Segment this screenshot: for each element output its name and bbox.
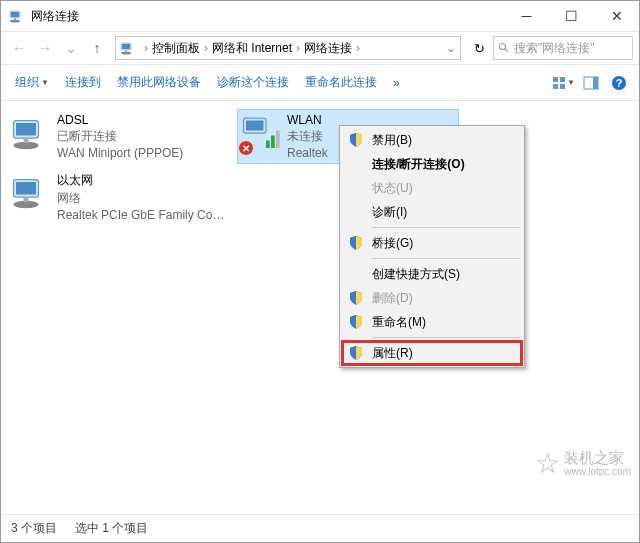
shield-icon (348, 235, 364, 251)
menu-status: 状态(U) (342, 176, 522, 200)
nav-back-button[interactable]: ← (7, 36, 31, 60)
menu-rename[interactable]: 重命名(M) (342, 310, 522, 334)
menu-diagnose[interactable]: 诊断(I) (342, 200, 522, 224)
view-options-button[interactable]: ▼ (551, 71, 575, 95)
maximize-button[interactable]: ☐ (549, 1, 594, 31)
preview-pane-button[interactable] (579, 71, 603, 95)
refresh-button[interactable]: ↻ (467, 36, 491, 60)
shield-icon (348, 345, 364, 361)
watermark: ☆ 装机之家 www.lotpc.com (535, 447, 631, 480)
network-icon (120, 40, 136, 56)
connection-status: 网络 (57, 190, 225, 207)
help-button[interactable]: ? (607, 71, 631, 95)
error-badge-icon: ✕ (239, 141, 253, 155)
connection-detail: Realtek (287, 146, 328, 160)
status-selected: 选中 1 个项目 (75, 520, 148, 537)
toolbar-organize[interactable]: 组织▼ (9, 70, 55, 95)
ethernet-icon (11, 172, 51, 212)
minimize-button[interactable]: ─ (504, 1, 549, 31)
network-icon (9, 8, 25, 24)
connection-item-ethernet[interactable]: 以太网 网络 Realtek PCIe GbE Family Contr... (7, 168, 229, 226)
breadcrumb-item[interactable]: 控制面板 (152, 40, 200, 57)
star-icon: ☆ (535, 447, 560, 480)
connection-status: 未连接 (287, 128, 328, 145)
modem-icon (11, 113, 51, 153)
svg-rect-13 (553, 84, 558, 89)
breadcrumb-item[interactable]: 网络连接 (304, 40, 352, 57)
connection-name: WLAN (287, 113, 328, 127)
toolbar-disable[interactable]: 禁用此网络设备 (111, 70, 207, 95)
svg-text:?: ? (616, 77, 623, 89)
breadcrumb-item[interactable]: 网络和 Internet (212, 40, 292, 57)
nav-dropdown-button[interactable]: ⌄ (59, 36, 83, 60)
connection-name: ADSL (57, 113, 183, 127)
menu-toggle-connect[interactable]: 连接/断开连接(O) (342, 152, 522, 176)
search-icon (498, 42, 510, 54)
svg-rect-12 (560, 77, 565, 82)
menu-bridge[interactable]: 桥接(G) (342, 231, 522, 255)
context-menu: 禁用(B) 连接/断开连接(O) 状态(U) 诊断(I) 桥接(G) 创建快捷方… (339, 125, 525, 368)
toolbar-more[interactable]: » (387, 72, 406, 94)
toolbar-connect[interactable]: 连接到 (59, 70, 107, 95)
menu-shortcut[interactable]: 创建快捷方式(S) (342, 262, 522, 286)
shield-icon (348, 290, 364, 306)
svg-point-9 (500, 44, 506, 50)
close-button[interactable]: ✕ (594, 1, 639, 31)
svg-rect-14 (560, 84, 565, 89)
shield-icon (348, 132, 364, 148)
toolbar-rename[interactable]: 重命名此连接 (299, 70, 383, 95)
menu-properties[interactable]: 属性(R) (342, 341, 522, 365)
connection-detail: WAN Miniport (PPPOE) (57, 146, 183, 160)
breadcrumb-dropdown[interactable]: ⌄ (446, 41, 456, 55)
svg-rect-11 (553, 77, 558, 82)
svg-line-10 (505, 49, 508, 52)
nav-forward-button: → (33, 36, 57, 60)
search-input[interactable]: 搜索"网络连接" (493, 36, 633, 60)
menu-disable[interactable]: 禁用(B) (342, 128, 522, 152)
connection-item-adsl[interactable]: ADSL 已断开连接 WAN Miniport (PPPOE) (7, 109, 229, 164)
breadcrumb[interactable]: › 控制面板 › 网络和 Internet › 网络连接 › ⌄ (115, 36, 461, 60)
shield-icon (348, 314, 364, 330)
connection-status: 已断开连接 (57, 128, 183, 145)
menu-delete: 删除(D) (342, 286, 522, 310)
svg-rect-16 (593, 77, 598, 89)
status-count: 3 个项目 (11, 520, 57, 537)
window-title: 网络连接 (31, 8, 504, 25)
nav-up-button[interactable]: ↑ (85, 36, 109, 60)
toolbar-diagnose[interactable]: 诊断这个连接 (211, 70, 295, 95)
connection-detail: Realtek PCIe GbE Family Contr... (57, 208, 225, 222)
connection-name: 以太网 (57, 172, 225, 189)
